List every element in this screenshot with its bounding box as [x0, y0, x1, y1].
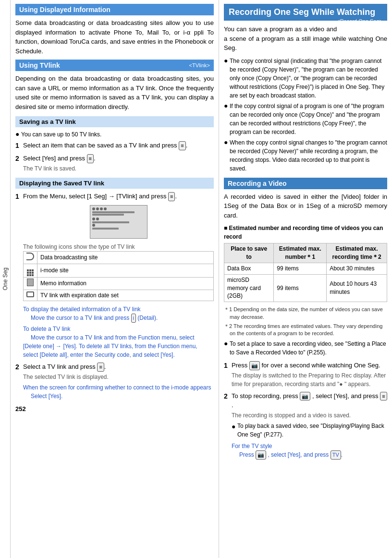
recording-video-header: Recording a Video [224, 178, 387, 189]
icon-row-memo: Memo information [24, 277, 214, 290]
camera-key-3: 📷 [256, 450, 266, 460]
table-row-microsd: microSD memory card (2GB) 99 items About… [224, 274, 387, 302]
rec-step-2-content: To stop recording, press 📷 , select [Yes… [232, 391, 387, 460]
display-step-1-sub: The following icons show the type of TV … [23, 243, 214, 251]
bullet-dot-set: ● [224, 340, 230, 347]
for-tv-style: For the TV style Press 📷 , select [Yes],… [232, 442, 387, 460]
saving-steps: 1 Select an item that can be saved as a … [15, 141, 214, 173]
for-tv-style-body: Press 📷 , select [Yes], and press TV. [232, 451, 343, 458]
sidebar-label: One Seg [2, 267, 9, 290]
rec-step-1-content: Press 📷 for over a second while watching… [232, 361, 387, 388]
info-imode-confirm: When the screen for confirming whether t… [23, 383, 214, 400]
rec-step-1-text: Press [232, 362, 247, 369]
step-1: 1 Select an item that can be saved as a … [15, 141, 214, 151]
info-imode-confirm-body: Select [Yes]. [23, 393, 62, 400]
display-step-num-1: 1 [15, 192, 23, 202]
record-title-text: Recording One Seg While Watching [229, 7, 375, 17]
col-number: Estimated max. number＊1 [274, 243, 327, 263]
step-num-1: 1 [15, 141, 23, 151]
rec-step-2: 2 To stop recording, press 📷 , select [Y… [224, 391, 387, 460]
table-row-databox: Data Box 99 items About 30 minutes [224, 263, 387, 274]
icon-memo [24, 277, 37, 290]
rec-step-2-mid: , select [Yes], and press [312, 392, 379, 400]
cell-microsd-number: 99 items [274, 274, 327, 302]
footnote-2: ＊2 The recording times are estimated val… [224, 323, 387, 338]
bullet-copy-stop-text: When the copy control signal changes to … [230, 138, 387, 173]
display-step-num-2: 2 [15, 362, 23, 372]
recording-video-body: A recorded video is saved in either the … [224, 192, 387, 220]
info-delete-tvlink-label: To delete a TV link [23, 326, 71, 332]
info-display-detail-label: To display the detailed information of a… [23, 306, 141, 313]
display-step-1-text: From the Menu, select [1 Seg] → [TVlink]… [23, 193, 166, 200]
cell-databox-number: 99 items [274, 263, 327, 274]
display-step-1: 1 From the Menu, select [1 Seg] → [TVlin… [15, 192, 214, 359]
icon-data [24, 251, 37, 264]
step-2-content: Select [Yes] and press ≡. The TV link is… [23, 154, 214, 173]
icon-row-tv: TV link with expiration date set [24, 290, 214, 301]
rec-step-1-sub: The display is switched to the Preparing… [232, 371, 387, 388]
tvlink-title: Using TVlink [19, 61, 60, 69]
info1-body-text: Move the cursor to a TV link and press [31, 315, 129, 321]
using-displayed-title: Using Displayed Information [19, 6, 110, 13]
page-number: 252 [15, 405, 214, 412]
step-2-sub: The TV link is saved. [23, 164, 214, 173]
display-step-2-content: Select a TV link and press ≡. The select… [23, 362, 214, 400]
col-place: Place to save to [224, 243, 274, 263]
tvlink-bullet: ● You can save up to 50 TV links. [15, 130, 214, 139]
rec-step-2-pre: To stop recording, press [232, 392, 298, 400]
rec-step-1-cont: for over a second while watching One Seg… [261, 362, 380, 369]
tvlink-screenshot [90, 205, 147, 239]
sidebar-tab: One Seg [0, 0, 11, 558]
camera-key-2: 📷 [300, 392, 310, 401]
tvlink-bullet-text: You can save up to 50 TV links. [21, 130, 214, 139]
for-style-cont-text: , select [Yes], and press [268, 451, 329, 458]
step-1-content: Select an item that can be saved as a TV… [23, 141, 214, 150]
cell-databox-time: About 30 minutes [327, 263, 387, 274]
bullet-playback: ● To play back a saved video, see "Displ… [232, 422, 387, 439]
bullet-dot-3: ● [224, 138, 230, 146]
icon-data-label: Data broadcasting site [37, 251, 214, 264]
bullet-playback-text: To play back a saved video, see "Display… [237, 422, 387, 439]
estimated-table: Place to save to Estimated max. number＊1… [224, 243, 387, 302]
rec-step-2-sub: The recording is stopped and a video is … [232, 411, 387, 420]
bullet-copy-never-text: The copy control signal (indicating that… [230, 57, 387, 100]
record-header: Recording One Seg While Watching <Record… [224, 4, 387, 21]
info-delete-tvlink: To delete a TV link Move the cursor to a… [23, 325, 214, 359]
bullet-dot: ● [15, 130, 21, 138]
table-header: ■ Estimated number and recording time of… [224, 224, 387, 241]
bullet-set-place-text: To set a place to save a recording video… [230, 340, 387, 357]
for-style-press-text: Press [239, 451, 254, 458]
recording-video-title: Recording a Video [228, 180, 287, 187]
col-time: Estimated max. recording time＊2 [327, 243, 387, 263]
sub-header-displaying-tvlink: Displaying the Saved TV link [15, 178, 214, 189]
icon-tv-label: TV link with expiration date set [37, 290, 214, 301]
data-broadcast-icon [26, 253, 34, 260]
bullet-copy-once: ● If the copy control signal of a progra… [224, 102, 387, 136]
step-2-text: Select [Yes] and press [23, 155, 85, 162]
icon-row-imode: i-mode site [24, 264, 214, 277]
record-tag: <Record One Seg> [337, 18, 382, 24]
tv-key: TV [331, 450, 341, 460]
left-column: Using Displayed Information Some data br… [11, 0, 219, 558]
imode-icon [27, 269, 34, 276]
rec-step-num-2: 2 [224, 391, 232, 401]
display-step-2-text: Select a TV link and press [23, 363, 96, 370]
step-2: 2 Select [Yes] and press ≡. The TV link … [15, 154, 214, 173]
step-num-2: 2 [15, 154, 23, 164]
camera-key-1: 📷 [249, 361, 260, 370]
recording-steps: 1 Press 📷 for over a second while watchi… [224, 361, 387, 460]
display-step-1-content: From the Menu, select [1 Seg] → [TVlink]… [23, 192, 214, 359]
for-tv-style-label: For the TV style [232, 443, 272, 449]
info-delete-tvlink-body: Move the cursor to a TV link and from th… [23, 334, 197, 358]
tv-icon [26, 291, 34, 297]
info-display-detail: To display the detailed information of a… [23, 305, 214, 323]
display-step-2-sub: The selected TV link is displayed. [23, 373, 214, 381]
rec-step-num-1: 1 [224, 361, 232, 371]
bullet-copy-never: ● The copy control signal (indicating th… [224, 57, 387, 100]
tvlink-body: Depending on the data broadcasting or da… [15, 74, 214, 111]
section-header-tvlink: Using TVlink <TVlink> [15, 60, 214, 71]
record-body: You can save a program as a video and a … [224, 24, 387, 53]
icon-tv [24, 290, 37, 301]
icon-imode-label: i-mode site [37, 264, 214, 277]
sub-header-saving-tvlink: Saving as a TV link [15, 116, 214, 127]
